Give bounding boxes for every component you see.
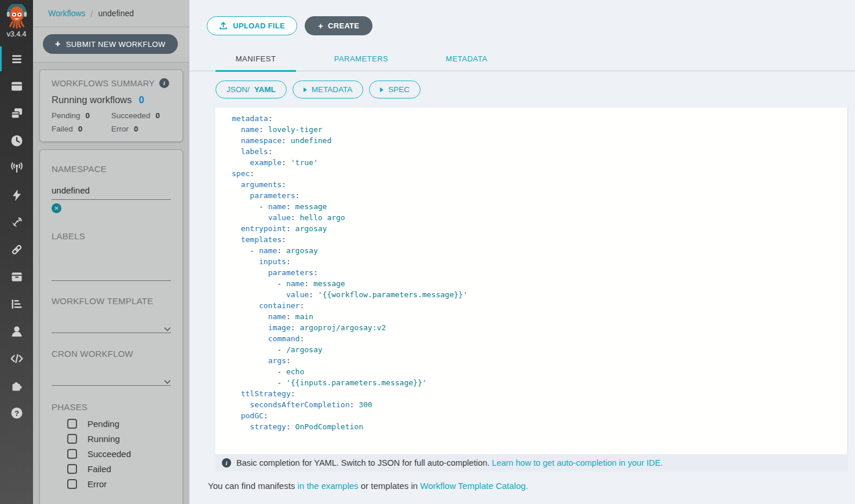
nav-events[interactable] — [0, 181, 33, 209]
spec-collapse-button[interactable]: SPEC — [369, 81, 421, 98]
phase-option-succeeded[interactable]: Succeeded — [67, 449, 171, 459]
phases-list: Pending Running Succeeded Failed Error — [52, 419, 171, 489]
tab-manifest[interactable]: MANIFEST — [215, 49, 296, 71]
argo-logo[interactable] — [6, 4, 28, 30]
metadata-pill-label: METADATA — [312, 85, 353, 94]
phase-option-pending[interactable]: Pending — [67, 419, 171, 429]
event-flow-icon — [10, 161, 24, 175]
help-icon: ? — [10, 406, 24, 420]
cron-workflows-icon — [10, 134, 24, 148]
checkbox[interactable] — [67, 449, 77, 459]
checkbox[interactable] — [67, 419, 77, 429]
stat-pending: Pending0 — [52, 111, 111, 120]
checkbox[interactable] — [67, 464, 77, 474]
filter-sidebar: Workflows / undefined + SUBMIT NEW WORKF… — [33, 0, 189, 504]
ide-autocompletion-link[interactable]: Learn how to get auto-completion in your… — [492, 458, 663, 468]
sensors-icon — [10, 216, 24, 229]
summary-title: WORKFLOWS SUMMARY — [52, 79, 155, 88]
upload-file-button[interactable]: UPLOAD FILE — [207, 16, 297, 35]
nav-event-flow[interactable] — [0, 154, 33, 181]
completion-hint-bar: i Basic completion for YAML. Switch to J… — [215, 454, 848, 472]
chevron-down-icon — [164, 379, 171, 384]
breadcrumb-separator: / — [90, 9, 93, 19]
manifest-code-editor[interactable]: metadata: name: lovely-tiger namespace: … — [215, 108, 848, 454]
create-button-label: CREATE — [328, 21, 359, 30]
submit-new-workflow-button[interactable]: + SUBMIT NEW WORKFLOW — [43, 34, 178, 54]
user-icon — [10, 324, 24, 338]
phase-option-failed[interactable]: Failed — [67, 464, 171, 474]
workflow-template-catalog-link[interactable]: Workflow Template Catalog. — [420, 481, 528, 491]
phases-heading: PHASES — [52, 402, 171, 412]
nav-menu[interactable] — [0, 45, 33, 72]
labels-heading: LABELS — [52, 231, 171, 241]
caret-right-icon — [304, 87, 307, 92]
info-icon: i — [222, 458, 231, 468]
archived-workflows-icon — [10, 270, 24, 284]
tab-metadata[interactable]: METADATA — [426, 49, 507, 71]
nav-workflow-templates[interactable] — [0, 100, 33, 127]
sidebar-panels: WORKFLOWS SUMMARY i Running workflows 0 … — [33, 63, 189, 504]
plugins-icon — [10, 379, 24, 393]
api-docs-icon — [9, 352, 24, 366]
workflows-icon — [10, 79, 24, 93]
event-bus-icon — [10, 243, 24, 257]
plus-icon: + — [318, 21, 323, 30]
lang-current: YAML — [254, 85, 276, 94]
argo-workflows-app: v3.4.4 — [0, 0, 855, 504]
stat-succeeded: Succeeded0 — [111, 111, 171, 120]
create-button[interactable]: + CREATE — [305, 16, 372, 35]
nav-reports[interactable] — [0, 290, 33, 317]
workflow-template-select[interactable] — [52, 324, 171, 333]
icon-rail: v3.4.4 — [0, 0, 33, 504]
nav-event-bus[interactable] — [0, 236, 33, 263]
checkbox[interactable] — [67, 434, 77, 444]
namespace-input[interactable]: undefined — [52, 185, 171, 200]
footer-middle: or templates in — [359, 481, 421, 491]
phase-option-running[interactable]: Running — [67, 434, 171, 444]
namespace-heading: NAMESPACE — [52, 164, 171, 174]
json-yaml-toggle-button[interactable]: JSON/YAML — [215, 81, 287, 98]
svg-text:?: ? — [14, 408, 19, 417]
plus-icon: + — [55, 39, 61, 49]
main-toolbar: UPLOAD FILE + CREATE — [189, 0, 855, 35]
metadata-collapse-button[interactable]: METADATA — [293, 81, 364, 98]
editor-toolbar: JSON/YAML METADATA SPEC — [215, 81, 855, 98]
hint-text: Basic completion for YAML. Switch to JSO… — [236, 458, 663, 468]
nav-archived-workflows[interactable] — [0, 263, 33, 290]
workflow-template-heading: WORKFLOW TEMPLATE — [52, 296, 171, 306]
chevron-down-icon — [164, 327, 171, 331]
phase-option-error[interactable]: Error — [67, 479, 171, 489]
breadcrumb-workflows-link[interactable]: Workflows — [48, 9, 85, 18]
summary-stats: Pending0 Succeeded0 Failed0 Error0 — [52, 111, 171, 133]
namespace-clear-button[interactable]: ✕ — [52, 203, 61, 213]
cron-workflow-select[interactable] — [52, 377, 171, 386]
breadcrumb: Workflows / undefined — [33, 0, 189, 27]
examples-link[interactable]: in the examples — [298, 481, 359, 491]
manifests-footer-note: You can find manifests in the examples o… — [208, 481, 855, 491]
lang-prefix: JSON/ — [226, 85, 250, 94]
checkbox[interactable] — [67, 479, 77, 489]
nav-api-docs[interactable] — [0, 345, 33, 372]
cron-workflow-heading: CRON WORKFLOW — [52, 349, 171, 359]
spec-pill-label: SPEC — [388, 85, 410, 94]
nav-help[interactable]: ? — [0, 399, 33, 426]
main-content: UPLOAD FILE + CREATE MANIFEST PARAMETERS… — [189, 0, 855, 504]
caret-right-icon — [380, 87, 383, 92]
nav-cron-workflows[interactable] — [0, 127, 33, 154]
labels-input[interactable] — [52, 273, 171, 281]
running-workflows-count: 0 — [138, 94, 144, 105]
info-icon[interactable]: i — [159, 78, 169, 88]
tabs-bar: MANIFEST PARAMETERS METADATA — [189, 49, 855, 71]
reports-icon — [10, 297, 24, 311]
nav-sensors[interactable] — [0, 209, 33, 236]
nav-workflows[interactable] — [0, 72, 33, 100]
running-workflows-label: Running workflows — [52, 94, 131, 105]
tab-parameters[interactable]: PARAMETERS — [321, 49, 401, 71]
nav-plugins[interactable] — [0, 372, 33, 399]
stat-error: Error0 — [111, 125, 171, 133]
breadcrumb-current: undefined — [98, 9, 134, 18]
stat-failed: Failed0 — [52, 125, 111, 133]
nav-user[interactable] — [0, 317, 33, 345]
footer-prefix: You can find manifests — [208, 481, 298, 491]
workflows-summary-card: WORKFLOWS SUMMARY i Running workflows 0 … — [39, 70, 183, 142]
